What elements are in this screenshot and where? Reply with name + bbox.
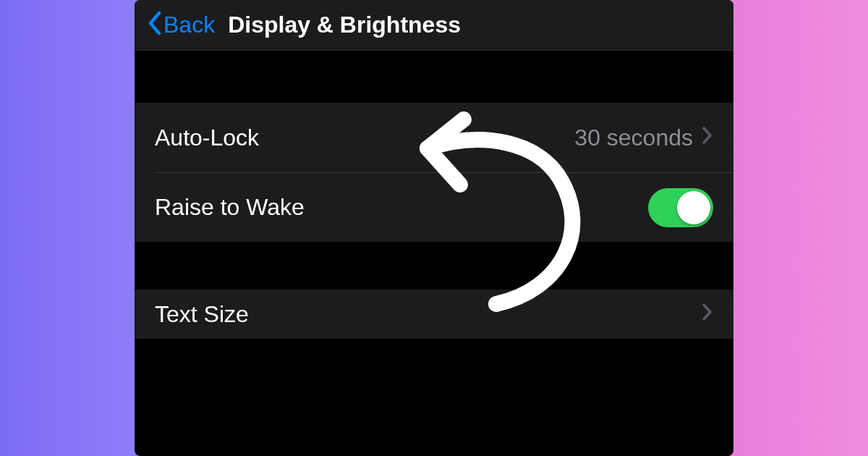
- raise-to-wake-toggle[interactable]: [648, 188, 713, 227]
- settings-screen: Back Display & Brightness Auto-Lock 30 s…: [135, 0, 733, 456]
- section-gap: [135, 51, 733, 103]
- auto-lock-row[interactable]: Auto-Lock 30 seconds: [135, 103, 733, 172]
- back-label: Back: [163, 12, 215, 38]
- raise-to-wake-label: Raise to Wake: [155, 194, 305, 221]
- auto-lock-value: 30 seconds: [574, 124, 693, 151]
- auto-lock-label: Auto-Lock: [155, 124, 259, 151]
- chevron-right-icon: [702, 302, 713, 326]
- chevron-right-icon: [702, 125, 713, 150]
- auto-lock-value-container: 30 seconds: [574, 124, 713, 151]
- text-size-label: Text Size: [155, 301, 249, 328]
- toggle-knob: [677, 191, 710, 224]
- raise-to-wake-row[interactable]: Raise to Wake: [155, 172, 733, 242]
- chevron-left-icon: [146, 10, 162, 41]
- settings-group-lock: Auto-Lock 30 seconds Raise to Wake: [135, 103, 733, 242]
- back-button[interactable]: Back: [146, 10, 215, 41]
- section-gap: [135, 242, 733, 290]
- nav-header: Back Display & Brightness: [135, 0, 733, 51]
- page-title: Display & Brightness: [228, 12, 461, 38]
- text-size-row[interactable]: Text Size: [135, 290, 733, 339]
